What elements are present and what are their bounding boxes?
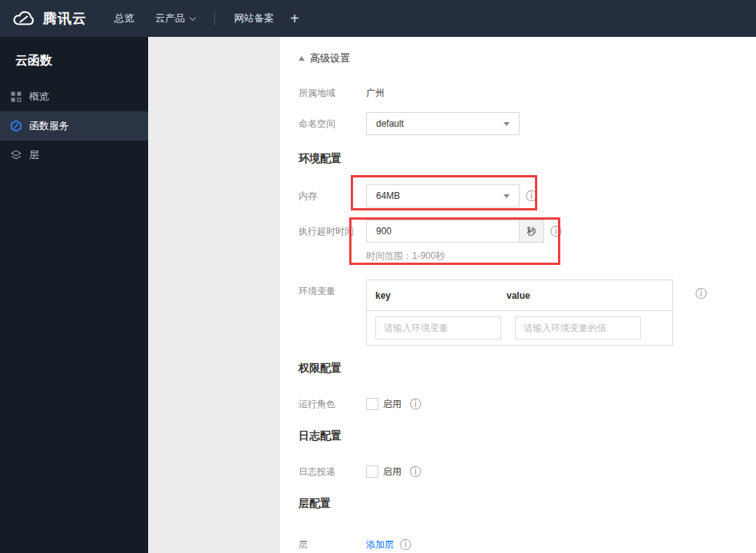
- timeout-range-hint: 时间范围：1-900秒: [366, 250, 562, 261]
- nav-cloud-products[interactable]: 云产品: [155, 12, 195, 25]
- sidebar-menu: 概览 函数服务 层: [0, 82, 148, 170]
- add-layer-info-icon[interactable]: ⓘ: [400, 533, 411, 553]
- advanced-settings-label: 高级设置: [310, 51, 350, 65]
- grid-icon: [10, 91, 22, 103]
- form-row-log-delivery: 日志投递 启用 ⓘ: [299, 460, 756, 483]
- top-navigation: 总览 云产品 网站备案 +: [87, 12, 299, 25]
- region-label: 所属地域: [299, 81, 366, 104]
- log-delivery-enable-label: 启用: [383, 465, 401, 478]
- sidebar: 云函数 概览: [0, 37, 148, 553]
- sidebar-item-layers[interactable]: 层: [0, 141, 148, 170]
- brand-name: 腾讯云: [43, 9, 87, 28]
- dropdown-arrow-icon: [503, 194, 510, 198]
- timeout-label: 执行超时时间: [299, 220, 366, 243]
- cloud-logo-icon: [11, 9, 37, 28]
- nav-cloud-products-label: 云产品: [155, 12, 185, 25]
- log-delivery-checkbox[interactable]: [366, 465, 378, 478]
- env-value-input[interactable]: [515, 316, 641, 339]
- form-row-env-vars: 环境变量 key value ⓘ: [299, 280, 756, 346]
- run-role-checkbox[interactable]: [366, 398, 378, 410]
- memory-info-icon[interactable]: ⓘ: [526, 184, 537, 207]
- env-key-header: key: [367, 290, 507, 301]
- add-layer-link[interactable]: 添加层: [366, 533, 394, 553]
- log-delivery-info-icon[interactable]: ⓘ: [410, 465, 421, 478]
- timeout-input[interactable]: [367, 220, 519, 242]
- main-area: 云函数 概览: [0, 37, 756, 553]
- collapsed-panel: [148, 37, 280, 553]
- sidebar-item-label: 层: [29, 148, 39, 162]
- form-row-namespace: 命名空间 default: [299, 112, 756, 135]
- section-permission-config: 权限配置: [299, 362, 756, 376]
- layers-icon: [10, 149, 22, 161]
- run-role-label: 运行角色: [299, 392, 366, 416]
- log-delivery-label: 日志投递: [299, 460, 366, 483]
- advanced-settings-toggle[interactable]: 高级设置: [299, 51, 756, 65]
- form-row-memory: 内存 64MB ⓘ: [299, 184, 756, 207]
- chevron-down-icon: [190, 14, 196, 20]
- run-role-info-icon[interactable]: ⓘ: [410, 398, 421, 410]
- nav-add-button[interactable]: +: [290, 12, 299, 25]
- settings-form: 高级设置 所属地域 广州 命名空间 default 环境配置 内存 64MB ⓘ: [280, 37, 756, 553]
- namespace-label: 命名空间: [299, 112, 366, 135]
- env-vars-label: 环境变量: [299, 280, 366, 303]
- env-vars-input-row: [367, 311, 672, 345]
- dropdown-arrow-icon: [503, 122, 510, 126]
- memory-select[interactable]: 64MB: [366, 184, 520, 207]
- form-row-region: 所属地域 广州: [299, 81, 756, 104]
- region-value: 广州: [366, 81, 385, 104]
- env-key-input[interactable]: [375, 316, 501, 339]
- nav-overview[interactable]: 总览: [114, 12, 134, 25]
- sidebar-item-function-service[interactable]: 函数服务: [0, 111, 148, 141]
- env-vars-info-icon[interactable]: ⓘ: [695, 282, 707, 305]
- memory-selected-value: 64MB: [376, 190, 400, 201]
- nav-website-beian[interactable]: 网站备案: [234, 12, 274, 25]
- namespace-select[interactable]: default: [366, 112, 520, 135]
- sidebar-item-label: 概览: [29, 90, 49, 104]
- topbar: 腾讯云 总览 云产品 网站备案 +: [0, 0, 756, 37]
- scf-hexagon-icon: [10, 120, 22, 132]
- env-vars-table-header: key value: [367, 280, 672, 311]
- section-layer-config: 层配置: [299, 497, 756, 511]
- timeout-info-icon[interactable]: ⓘ: [550, 220, 562, 243]
- sidebar-title: 云函数: [0, 37, 148, 69]
- env-vars-table: key value: [366, 280, 673, 346]
- sidebar-item-overview[interactable]: 概览: [0, 82, 148, 111]
- form-row-run-role: 运行角色 启用 ⓘ: [299, 392, 756, 416]
- timeout-unit-suffix: 秒: [519, 220, 543, 242]
- tencent-cloud-logo[interactable]: 腾讯云: [0, 9, 87, 28]
- form-row-layer: 层 添加层 ⓘ: [299, 533, 756, 553]
- memory-label: 内存: [299, 184, 366, 207]
- run-role-enable-label: 启用: [383, 398, 401, 411]
- env-value-header: value: [507, 290, 672, 301]
- section-log-config: 日志配置: [299, 429, 756, 443]
- timeout-input-group: 秒: [366, 220, 544, 243]
- layer-label: 层: [299, 533, 366, 553]
- form-row-timeout: 执行超时时间 秒 ⓘ 时间范围：1-900秒: [299, 220, 756, 261]
- namespace-selected-value: default: [376, 118, 404, 129]
- section-environment-config: 环境配置: [299, 152, 756, 166]
- sidebar-item-label: 函数服务: [29, 119, 69, 133]
- caret-up-icon: [299, 56, 305, 61]
- nav-divider: [214, 12, 215, 25]
